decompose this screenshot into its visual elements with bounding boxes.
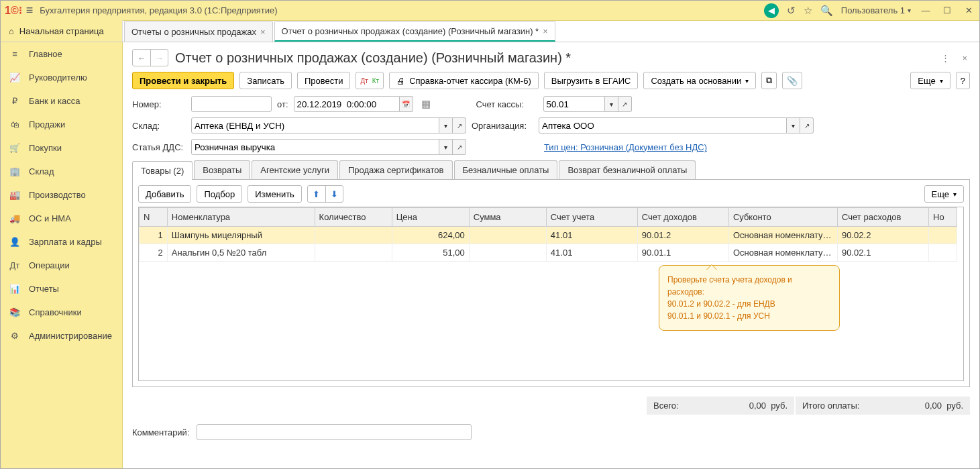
sidebar-label: ОС и НМА <box>29 213 71 223</box>
app-title: Бухгалтерия предприятия, редакция 3.0 (1… <box>40 5 764 15</box>
org-input[interactable] <box>539 117 787 134</box>
table-row[interactable]: 2Анальгин 0,5 №20 табл51,0041.0190.01.1О… <box>140 244 957 262</box>
structure-button[interactable]: ⧉ <box>761 72 777 89</box>
chevron-down-icon[interactable]: ▾ <box>439 117 453 134</box>
open-icon[interactable]: ↗ <box>800 117 814 134</box>
history-icon[interactable]: ↺ <box>787 5 796 17</box>
grid-icon[interactable]: ▦ <box>421 98 431 110</box>
back-button[interactable]: ← <box>133 50 150 66</box>
open-icon[interactable]: ↗ <box>453 117 466 134</box>
post-button[interactable]: Провести <box>297 72 351 89</box>
sidebar-label: Администрирование <box>29 331 112 341</box>
sidebar-label: Банк и касса <box>29 96 80 106</box>
account-input[interactable] <box>543 96 605 112</box>
sidebar-item[interactable]: ≡Главное <box>1 42 122 66</box>
sidebar-item[interactable]: 📚Справочники <box>1 301 122 324</box>
tab-returns[interactable]: Возвраты <box>194 160 250 179</box>
close-icon[interactable]: × <box>260 27 266 37</box>
tab-cashless-ret[interactable]: Возврат безналичной оплаты <box>559 160 696 179</box>
sidebar-item[interactable]: ₽Банк и касса <box>1 89 122 113</box>
sidebar-icon: ≡ <box>9 49 21 59</box>
sidebar-label: Продажи <box>29 119 65 129</box>
help-button[interactable]: ? <box>956 72 970 89</box>
km6-button[interactable]: 🖨Справка-отчет кассира (КМ-6) <box>389 72 539 89</box>
maximize-button[interactable]: ☐ <box>940 5 954 15</box>
sidebar-item[interactable]: 📊Отчеты <box>1 277 122 301</box>
sidebar-item[interactable]: 🚚ОС и НМА <box>1 207 122 230</box>
date-input[interactable] <box>294 96 400 112</box>
sidebar-item[interactable]: 🛒Покупки <box>1 136 122 160</box>
edit-button[interactable]: Изменить <box>248 185 302 203</box>
post-and-close-button[interactable]: Провести и закрыть <box>132 72 234 89</box>
menu-icon[interactable]: ≡ <box>26 3 34 17</box>
sidebar-label: Производство <box>29 190 86 200</box>
open-icon[interactable]: ↗ <box>453 139 466 155</box>
number-input[interactable] <box>191 96 272 112</box>
forward-button[interactable]: → <box>150 50 168 66</box>
label-account: Счет кассы: <box>476 99 538 109</box>
nav-buttons: ← → <box>132 49 168 66</box>
sidebar-item[interactable]: 🏭Производство <box>1 183 122 207</box>
close-icon[interactable]: × <box>543 26 548 36</box>
attach-button[interactable]: 📎 <box>782 72 802 89</box>
warehouse-input[interactable] <box>191 117 439 134</box>
sidebar-label: Отчеты <box>29 284 59 294</box>
table-row[interactable]: 1Шампунь мицелярный624,0041.0190.01.2Осн… <box>140 227 957 244</box>
main-content: ← → Отчет о розничных продажах (создание… <box>123 42 979 469</box>
close-button[interactable]: ✕ <box>962 5 975 15</box>
sidebar-item[interactable]: 👤Зарплата и кадры <box>1 230 122 254</box>
search-icon[interactable]: 🔍 <box>820 5 833 17</box>
dtkt-button[interactable]: ДтКт <box>356 72 384 89</box>
create-based-button[interactable]: Создать на основании ▾ <box>643 72 756 89</box>
add-button[interactable]: Добавить <box>138 185 191 203</box>
sidebar-label: Зарплата и кадры <box>29 237 102 247</box>
tab-current-doc[interactable]: Отчет о розничных продажах (создание) (Р… <box>274 21 555 42</box>
sidebar-icon: 📈 <box>9 72 21 83</box>
dds-input[interactable] <box>191 139 439 155</box>
label-dds: Статья ДДС: <box>132 142 186 152</box>
tab-cashless[interactable]: Безналичные оплаты <box>454 160 558 179</box>
price-type-link[interactable]: Тип цен: Розничная (Документ без НДС) <box>544 142 707 152</box>
move-up-button[interactable]: ⬆ <box>308 186 325 202</box>
bell-icon[interactable]: ◀ <box>764 3 779 18</box>
pick-button[interactable]: Подбор <box>197 185 242 203</box>
sidebar-icon: 📚 <box>9 307 21 317</box>
more-icon[interactable]: ⋮ <box>938 53 952 63</box>
comment-input[interactable] <box>197 424 472 440</box>
close-doc-button[interactable]: × <box>959 53 970 63</box>
sidebar-label: Главное <box>29 49 62 59</box>
minimize-button[interactable]: ― <box>919 5 932 15</box>
inner-tabs: Товары (2) Возвраты Агентские услуги Про… <box>132 160 970 180</box>
open-icon[interactable]: ↗ <box>618 96 632 112</box>
callout-tooltip: Проверьте счета учета доходов и расходов… <box>659 265 840 331</box>
chevron-down-icon[interactable]: ▾ <box>439 139 453 155</box>
chevron-down-icon[interactable]: ▾ <box>605 96 618 112</box>
sidebar-label: Покупки <box>29 143 62 153</box>
more-button[interactable]: Еще ▾ <box>910 72 950 89</box>
move-down-button[interactable]: ⬇ <box>325 186 343 202</box>
data-table[interactable]: N Номенклатура Количество Цена Сумма Сче… <box>138 207 964 381</box>
tab-reports[interactable]: Отчеты о розничных продажах × <box>124 21 273 42</box>
tab-certs[interactable]: Продажа сертификатов <box>339 160 453 179</box>
title-bar: 1©⁝ ≡ Бухгалтерия предприятия, редакция … <box>1 1 979 21</box>
sidebar-item[interactable]: 🛍Продажи <box>1 113 122 136</box>
sidebar-item[interactable]: ДтОперации <box>1 254 122 277</box>
star-icon[interactable]: ☆ <box>804 5 812 17</box>
table-more-button[interactable]: Еще ▾ <box>924 185 964 203</box>
egais-button[interactable]: Выгрузить в ЕГАИС <box>544 72 639 89</box>
label-from: от: <box>277 99 288 109</box>
sidebar-icon: ₽ <box>9 96 21 106</box>
home-tab[interactable]: ⌂ Начальная страница <box>1 20 123 42</box>
chevron-down-icon[interactable]: ▾ <box>787 117 800 134</box>
calendar-icon[interactable]: 📅 <box>400 96 413 112</box>
user-menu[interactable]: Пользователь 1 ▾ <box>841 5 911 15</box>
tab-goods[interactable]: Товары (2) <box>132 161 193 180</box>
totals: Всего: 0,00 руб. Итого оплаты: 0,00 руб. <box>132 397 970 415</box>
sidebar-item[interactable]: 📈Руководителю <box>1 66 122 89</box>
sidebar-icon: 📊 <box>9 284 21 294</box>
sidebar-icon: 🚚 <box>9 213 21 223</box>
sidebar-item[interactable]: 🏢Склад <box>1 160 122 183</box>
tab-agent[interactable]: Агентские услуги <box>252 160 338 179</box>
sidebar-item[interactable]: ⚙Администрирование <box>1 324 122 348</box>
save-button[interactable]: Записать <box>239 72 292 89</box>
